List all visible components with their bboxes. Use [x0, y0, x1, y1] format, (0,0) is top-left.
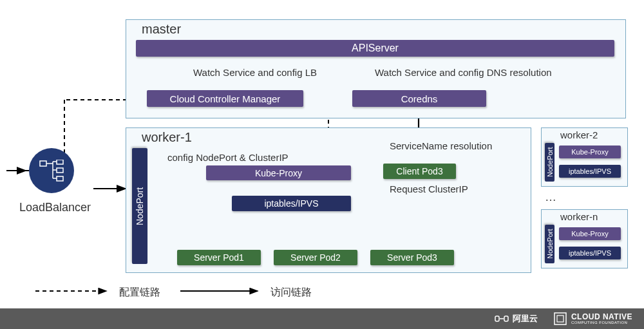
cncf-top: CLOUD NATIVE: [571, 313, 632, 321]
loadbalancer-label: LoadBalancer: [19, 201, 91, 214]
ccm-bar: Cloud Controller Manager: [147, 90, 303, 107]
cncf-logo: CLOUD NATIVE COMPUTING FOUNDATION: [554, 312, 632, 325]
svg-rect-16: [57, 160, 63, 164]
svg-rect-17: [57, 168, 63, 173]
req-cip-label: Request ClusterIP: [390, 183, 468, 194]
server-pod2-bar: Server Pod2: [274, 250, 357, 265]
ellipsis: …: [545, 191, 556, 204]
svg-rect-24: [495, 316, 499, 321]
apiserver-bar: APIServer: [136, 40, 614, 57]
kube-proxy-bar: Kube-Proxy: [206, 165, 351, 180]
svg-rect-15: [40, 161, 46, 166]
cncf-bottom: COMPUTING FOUNDATION: [571, 321, 632, 324]
client-pod3-bar: Client Pod3: [383, 164, 456, 179]
master-title: master: [142, 22, 181, 37]
footer-bar: 阿里云 CLOUD NATIVE COMPUTING FOUNDATION: [0, 308, 644, 329]
workern-kubeproxy: Kube-Proxy: [559, 227, 621, 240]
server-pod3-bar: Server Pod3: [370, 250, 454, 265]
worker2-nodeport: NodePort: [545, 143, 554, 182]
svg-rect-18: [57, 176, 63, 181]
svg-rect-25: [504, 316, 508, 321]
workern-ipvs: iptables/IPVS: [559, 247, 621, 259]
worker2-ipvs: iptables/IPVS: [559, 165, 621, 178]
svc-name-res-label: ServiceName resolution: [390, 140, 492, 151]
worker2-kubeproxy: Kube-Proxy: [559, 146, 621, 158]
aliyun-logo: 阿里云: [495, 313, 538, 324]
legend-config-path: 配置链路: [119, 286, 160, 299]
workern-title: worker-n: [560, 211, 598, 222]
watch-dns-label: Watch Service and config DNS resolution: [375, 67, 552, 78]
loadbalancer-icon: [29, 148, 74, 193]
coredns-bar: Coredns: [352, 90, 486, 107]
nodeport-bar: NodePort: [132, 148, 147, 264]
worker2-title: worker-2: [560, 129, 598, 140]
worker1-title: worker-1: [142, 130, 192, 145]
workern-nodeport: NodePort: [545, 225, 554, 263]
svg-rect-28: [557, 315, 564, 322]
aliyun-text: 阿里云: [513, 313, 538, 324]
legend-access-path: 访问链路: [270, 286, 312, 299]
watch-lb-label: Watch Service and config LB: [193, 67, 317, 78]
server-pod1-bar: Server Pod1: [177, 250, 261, 265]
svg-rect-27: [554, 313, 566, 324]
cfg-np-label: config NodePort & ClusterIP: [167, 152, 289, 163]
ipvs-bar: iptables/IPVS: [232, 196, 351, 211]
